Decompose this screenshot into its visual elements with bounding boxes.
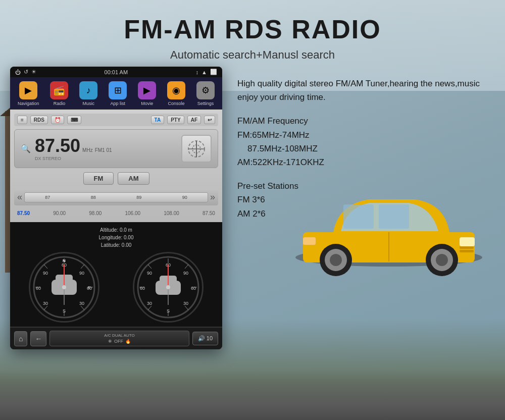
- freq-next-button[interactable]: »: [210, 192, 215, 202]
- fm-preset: FM 3*6: [237, 193, 485, 206]
- preset-2[interactable]: 90.00: [53, 211, 66, 216]
- mode-buttons: FM AM: [14, 172, 218, 185]
- volume-button[interactable]: 🔊 10: [192, 332, 218, 345]
- gps-altitude: Altitude: 0.0 m: [14, 226, 218, 234]
- radio-icon: 📻: [50, 81, 68, 99]
- preset-3[interactable]: 98.00: [89, 211, 102, 216]
- heat-icon: 🔥: [125, 339, 131, 344]
- preset-bar: 87.50 90.00 98.00 106.00 108.00 87.50: [14, 208, 218, 218]
- sidebar-item-movie[interactable]: ▶ Movie: [138, 81, 156, 106]
- am-range: AM:522KHz-171OKHZ: [237, 155, 485, 169]
- svg-text:30: 30: [183, 301, 188, 306]
- af-button[interactable]: AF: [187, 116, 201, 124]
- antenna-icon: [181, 135, 212, 163]
- off-label: OFF: [114, 339, 123, 344]
- home-button[interactable]: ⌂: [14, 331, 27, 346]
- radio-toolbar: ≡ RDS ⏰ ⌨ TA PTY AF ↩: [14, 114, 218, 126]
- gauge-left: 60 90 60 30 S 30 60 90 N: [29, 252, 99, 323]
- radio-label: Radio: [54, 101, 66, 106]
- frequency-value: 87.50: [35, 137, 80, 155]
- page-title: FM-AM RDS RADIO: [0, 14, 505, 44]
- search-icon: 🔍: [21, 144, 31, 153]
- frequency-track[interactable]: 87 88 89 90: [24, 192, 208, 202]
- navigation-icon: ▶: [19, 81, 37, 99]
- svg-text:90: 90: [79, 271, 84, 276]
- pty-button[interactable]: PTY: [167, 116, 184, 124]
- frequency-display: 🔍 87.50 MHz FM1 01 DX STEREO: [14, 129, 218, 168]
- preset-1[interactable]: 87.50: [17, 211, 30, 216]
- nav-bar: ▶ Navigation 📻 Radio ♪ Music ⊞ App list …: [10, 77, 222, 110]
- rds-button[interactable]: RDS: [30, 116, 48, 124]
- frequency-left: 87.50 MHz FM1 01 DX STEREO: [35, 137, 112, 161]
- gauge-right: 60 90 60 30 S 30 60 90 0.0 m: [133, 252, 204, 323]
- page-subtitle: Automatic search+Manusl search: [0, 48, 505, 62]
- status-bar: ⏻ ↺ ☀ 00:01 AM ↕ ▲ ⬜: [10, 67, 222, 77]
- freq-prev-button[interactable]: «: [17, 192, 22, 202]
- info-panel: High quality digital stereo FM/AM Tuner,…: [232, 67, 495, 241]
- ta-button[interactable]: TA: [151, 116, 165, 124]
- climate-controls[interactable]: A/C DUAL AUTO ❄ OFF 🔥: [49, 331, 189, 346]
- instruments-panel: Altitude: 0.0 m Longitude: 0.00 Latitude…: [10, 222, 222, 327]
- svg-text:30: 30: [79, 301, 84, 306]
- svg-text:60: 60: [191, 286, 196, 291]
- applist-label: App list: [110, 101, 125, 106]
- music-label: Music: [83, 101, 95, 106]
- bottom-controls: ⌂ ← A/C DUAL AUTO ❄ OFF 🔥 🔊 10: [10, 327, 222, 349]
- back-button[interactable]: ↩: [204, 116, 215, 124]
- status-time: 00:01 AM: [105, 69, 128, 75]
- info-section-3: Pre-set Stations FM 3*6 AM 2*6: [237, 179, 485, 221]
- console-label: Console: [168, 101, 185, 106]
- gps-info: Altitude: 0.0 m Longitude: 0.00 Latitude…: [14, 226, 218, 249]
- am-button[interactable]: AM: [118, 172, 149, 185]
- preset-title: Pre-set Stations: [237, 179, 485, 193]
- preset-4[interactable]: 106.00: [125, 211, 140, 216]
- clock-button[interactable]: ⏰: [51, 116, 64, 124]
- signal-icon: ↕: [196, 69, 199, 75]
- list-button[interactable]: ≡: [17, 116, 27, 124]
- sidebar-item-navigation[interactable]: ▶ Navigation: [18, 81, 39, 106]
- am-preset: AM 2*6: [237, 207, 485, 221]
- movie-label: Movie: [141, 101, 153, 106]
- preset-6[interactable]: 87.50: [203, 211, 215, 216]
- sidebar-item-console[interactable]: ◉ Console: [167, 81, 185, 106]
- movie-icon: ▶: [138, 81, 156, 99]
- info-section-1: High quality digital stereo FM/AM Tuner,…: [237, 77, 485, 104]
- brightness-icon: ☀: [31, 69, 36, 75]
- sidebar-item-music[interactable]: ♪ Music: [79, 81, 97, 106]
- fm-range-1: FM:65MHz-74MHz: [237, 128, 485, 142]
- battery-icon: ⬜: [210, 69, 217, 75]
- svg-text:S: S: [167, 308, 170, 313]
- status-left-icons: ⏻ ↺ ☀: [15, 69, 36, 75]
- info-section-2: FM/AM Frequency FM:65MHz-74MHz 87.5MHz-1…: [237, 114, 485, 169]
- music-icon: ♪: [79, 81, 97, 99]
- radio-panel: ≡ RDS ⏰ ⌨ TA PTY AF ↩ 🔍: [10, 110, 222, 222]
- svg-text:90: 90: [183, 271, 188, 276]
- power-icon: ⏻: [15, 69, 21, 75]
- freq-mark-88: 88: [91, 195, 96, 200]
- sidebar-item-applist[interactable]: ⊞ App list: [109, 81, 127, 106]
- back-nav-button[interactable]: ←: [30, 331, 46, 346]
- ac-label: A/C DUAL AUTO: [52, 333, 186, 338]
- refresh-icon: ↺: [24, 69, 28, 75]
- svg-point-42: [62, 285, 66, 289]
- preset-5[interactable]: 108.00: [164, 211, 179, 216]
- console-icon: ◉: [167, 81, 185, 99]
- svg-text:90: 90: [43, 271, 48, 276]
- sidebar-item-radio[interactable]: 📻 Radio: [50, 81, 68, 106]
- svg-text:S: S: [63, 308, 66, 313]
- settings-label: Settings: [197, 101, 214, 106]
- freq-mark-89: 89: [136, 195, 141, 200]
- keyboard-button[interactable]: ⌨: [67, 116, 81, 124]
- applist-icon: ⊞: [109, 81, 127, 99]
- status-right-icons: ↕ ▲ ⬜: [196, 69, 217, 75]
- fm-button[interactable]: FM: [83, 172, 114, 185]
- ac-icon: ❄: [108, 339, 112, 344]
- navigation-label: Navigation: [18, 101, 39, 106]
- sidebar-item-settings[interactable]: ⚙ Settings: [196, 81, 215, 106]
- info-description: High quality digital stereo FM/AM Tuner,…: [237, 77, 485, 104]
- device-screen: ⏻ ↺ ☀ 00:01 AM ↕ ▲ ⬜ ▶ Navigation 📻: [10, 67, 222, 349]
- frequency-title: FM/AM Frequency: [237, 114, 485, 128]
- svg-text:30: 30: [147, 301, 152, 306]
- page-wrapper: FM-AM RDS RADIO Automatic search+Manusl …: [0, 0, 505, 420]
- main-area: ⏻ ↺ ☀ 00:01 AM ↕ ▲ ⬜ ▶ Navigation 📻: [0, 67, 505, 349]
